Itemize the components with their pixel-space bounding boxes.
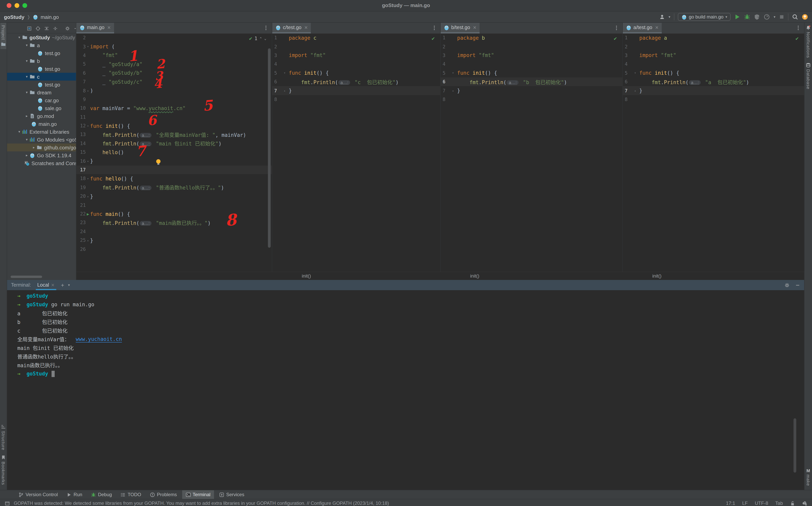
chevron-down-icon[interactable]: ▾ (16, 35, 22, 39)
editor-tab[interactable]: a/test.go✕ (623, 23, 662, 33)
fold-start-icon[interactable]: ▾ (86, 45, 90, 49)
caret-position[interactable]: 17:1 (726, 501, 735, 506)
status-message[interactable]: GOPATH was detected: We detected some li… (14, 501, 389, 506)
chevron-down-icon[interactable]: ▾ (24, 90, 29, 94)
code-line-20[interactable]: 20▴} (76, 192, 272, 201)
code-line-1[interactable]: 1package a (623, 33, 804, 42)
code-line-3[interactable]: 3import "fmt" (623, 51, 804, 60)
fold-end-icon[interactable]: ▴ (86, 89, 90, 92)
project-horizontal-scrollbar[interactable] (11, 276, 42, 278)
fold-start-icon[interactable]: ▾ (86, 177, 90, 180)
minimize-window-button[interactable] (14, 3, 19, 8)
tool-window-button-problems[interactable]: Problems (146, 490, 180, 499)
code-line-5[interactable]: 5▾func init() { (441, 69, 622, 77)
more-tabs-icon[interactable] (432, 25, 437, 31)
inspection-widget[interactable]: ✔ (796, 35, 799, 41)
inspection-widget[interactable]: ✔ (614, 35, 617, 41)
code-line-12[interactable]: 12▾func init() { (76, 121, 272, 130)
terminal-link[interactable]: www.yuchaoit.cn (76, 336, 122, 342)
more-tabs-icon[interactable] (796, 25, 801, 31)
tool-stripe-structure[interactable]: Structure (0, 422, 6, 453)
tree-item-car.go[interactable]: car.go (7, 96, 76, 104)
fold-end-icon[interactable]: ▴ (86, 194, 90, 198)
tree-item-a[interactable]: ▾a (7, 41, 76, 49)
line-ending[interactable]: LF (742, 501, 748, 506)
select-opened-file-icon[interactable] (27, 25, 32, 30)
chevron-right-icon[interactable]: ▸ (31, 146, 36, 149)
hide-panel-icon[interactable] (74, 25, 76, 30)
code-line-6[interactable]: 6 fmt.Println(a…: "a 包已初始化") (623, 77, 804, 86)
fold-start-icon[interactable]: ▾ (631, 71, 639, 75)
code-line-8[interactable]: 8 (272, 95, 440, 104)
code-line-3[interactable]: 3import "fmt" (441, 51, 622, 60)
code-line-1[interactable]: 1package b (441, 33, 622, 42)
tree-item-scratches-and-conso[interactable]: Scratches and Conso (7, 159, 76, 167)
tree-item-b[interactable]: ▾b (7, 57, 76, 65)
breadcrumb-function[interactable]: init() (470, 273, 479, 279)
stop-button[interactable] (779, 14, 785, 20)
encoding[interactable]: UTF-8 (755, 501, 768, 506)
code-line-4[interactable]: 4 (623, 60, 804, 69)
collapse-all-icon[interactable] (53, 25, 58, 30)
locate-icon[interactable] (35, 25, 41, 30)
profiler-button[interactable] (764, 14, 770, 20)
code-line-13[interactable]: 13 fmt.Println(a…: "全局变量mainVar值: ", mai… (76, 130, 272, 139)
minimize-terminal-icon[interactable] (795, 282, 800, 287)
intention-bulb-icon[interactable] (156, 159, 160, 164)
chevron-right-icon[interactable]: ▸ (24, 114, 29, 118)
tree-item-c[interactable]: ▾c (7, 73, 76, 81)
tool-window-button-version-control[interactable]: Version Control (15, 490, 61, 499)
code-line-5[interactable]: 5▾func init() { (623, 69, 804, 77)
code-line-3[interactable]: 3▾import ( (76, 42, 272, 51)
event-log-icon[interactable] (5, 501, 10, 506)
terminal-scrollbar[interactable] (794, 418, 796, 473)
tree-item-test.go[interactable]: test.go (7, 49, 76, 57)
user-icon[interactable] (660, 14, 665, 20)
code-line-8[interactable]: 8 (623, 95, 804, 104)
run-configuration-select[interactable]: go build main.go ▾ (678, 13, 731, 21)
zoom-window-button[interactable] (22, 3, 27, 8)
code-line-5[interactable]: 5 _ "goStudy/a" (76, 60, 272, 69)
tree-item-go.mod[interactable]: ▸go.mod (7, 112, 76, 120)
editor-tab[interactable]: b/test.go✕ (441, 23, 479, 33)
code-line-19[interactable]: 19 fmt.Println(a…: "普通函数hello执行了。。") (76, 183, 272, 192)
chevron-down-icon[interactable]: ▾ (16, 130, 22, 134)
fold-start-icon[interactable]: ▾ (86, 124, 90, 128)
code-line-18[interactable]: 18▾func hello() { (76, 174, 272, 183)
code-line-25[interactable]: 25▴} (76, 236, 272, 245)
close-icon[interactable]: ✕ (655, 25, 659, 30)
more-tabs-icon[interactable] (614, 25, 619, 31)
inspection-widget[interactable]: ✔ (432, 35, 435, 41)
chevron-up-icon[interactable]: ⌃ (260, 36, 262, 40)
code-line-7[interactable]: 7▴} (623, 86, 804, 95)
code-line-2[interactable]: 2 (623, 42, 804, 51)
editor-tab[interactable]: c/test.go✕ (272, 23, 311, 33)
indent-style[interactable]: Tab (775, 501, 783, 506)
tree-item-go-modules-gos[interactable]: ▾Go Modules <goS (7, 136, 76, 144)
code-line-21[interactable]: 21 (76, 201, 272, 209)
code-line-15[interactable]: 15 hello() (76, 148, 272, 157)
code-line-14[interactable]: 14 fmt.Println(a…: "main 包init 已初始化") (76, 139, 272, 148)
debug-button[interactable] (744, 14, 750, 20)
code-line-4[interactable]: 4 (441, 60, 622, 69)
tool-stripe-make[interactable]: M make (806, 466, 811, 488)
new-terminal-button[interactable]: + (61, 282, 64, 288)
close-window-button[interactable] (7, 3, 11, 8)
chevron-down-icon[interactable]: ▾ (24, 59, 29, 63)
code-line-6[interactable]: 6 fmt.Println(a…: "c 包已初始化") (272, 77, 440, 86)
chevron-down-icon[interactable]: ▾ (24, 43, 29, 47)
terminal-settings-icon[interactable] (785, 282, 790, 287)
code-line-7[interactable]: 7▴} (441, 86, 622, 95)
code-line-1[interactable]: 1package c (272, 33, 440, 42)
terminal-tab-local[interactable]: Local ✕ (35, 280, 57, 290)
fold-start-icon[interactable]: ▾ (449, 71, 457, 75)
code-line-24[interactable]: 24 (76, 227, 272, 236)
code-line-5[interactable]: 5▾func init() { (272, 69, 440, 77)
code-line-8[interactable]: 8▴) (76, 86, 272, 95)
code-line-2[interactable]: 2 (441, 42, 622, 51)
breadcrumb-function[interactable]: init() (302, 273, 311, 279)
code-line-8[interactable]: 8 (441, 95, 622, 104)
code-line-22[interactable]: 22▶func main() { (76, 209, 272, 219)
chevron-down-icon[interactable]: ▾ (24, 138, 29, 142)
code-line-7[interactable]: 7 _ "goStudy/c" (76, 77, 272, 86)
